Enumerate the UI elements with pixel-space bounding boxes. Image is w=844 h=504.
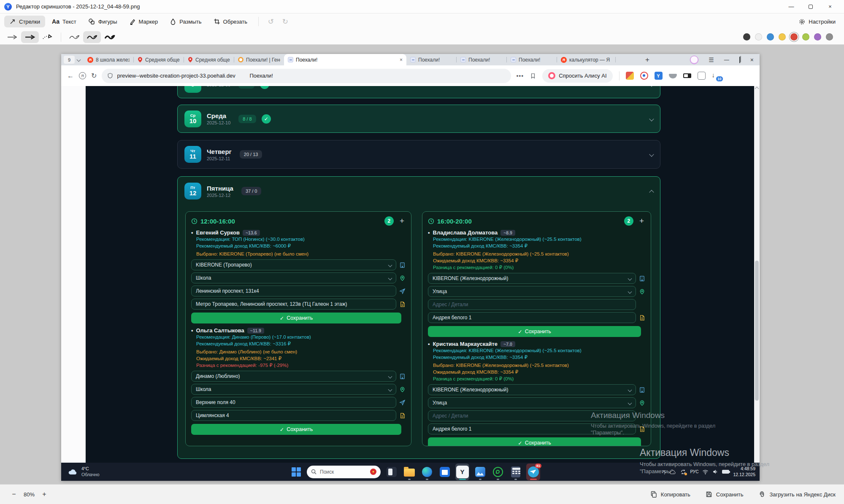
more-actions-icon[interactable]: ••• (516, 73, 524, 79)
save-button[interactable]: ✓Сохранить (428, 326, 641, 337)
color-swatch-gray[interactable] (826, 33, 833, 40)
day-row-wednesday[interactable]: Ср 10 Среда 2025-12-10 8 / 8 ✓ (177, 105, 660, 133)
tool-text[interactable]: Аа Текст (47, 16, 81, 27)
browser-tab-active[interactable]: Поехали! × (284, 54, 406, 65)
browser-tab[interactable]: Поехали! | Генер (234, 54, 284, 65)
day-row-partial[interactable]: 9 2025-12-09 ✓ (177, 86, 660, 99)
browser-side-panel[interactable] (61, 86, 86, 463)
color-swatch-red-selected[interactable] (790, 33, 798, 40)
color-swatch-black[interactable] (743, 33, 750, 40)
taskbar-telegram[interactable]: 81 (526, 464, 540, 480)
squiggle-style-bold[interactable] (83, 31, 101, 43)
address-input[interactable] (428, 299, 636, 310)
zoom-out-button[interactable]: − (8, 489, 19, 500)
squiggle-style-heavy[interactable] (101, 31, 119, 43)
tool-arrows[interactable]: Стрелки (4, 16, 45, 27)
color-swatch-purple[interactable] (814, 33, 821, 40)
tool-crop[interactable]: Обрезать (208, 16, 252, 27)
browser-tab[interactable]: Я калькулятор — Я (557, 54, 615, 65)
document-icon[interactable] (639, 315, 645, 321)
add-person-button[interactable]: + (400, 216, 404, 226)
extension-target-icon[interactable] (640, 72, 648, 80)
browser-minimize-button[interactable]: — (724, 57, 729, 63)
taskbar-photos[interactable] (473, 464, 487, 480)
org-select[interactable]: KIBERONE (Тропарево) (191, 259, 396, 270)
scrollbar-thumb[interactable] (755, 261, 759, 401)
screenshot-image[interactable]: 9 Я 8 школа железно Средняя общеоб Средн… (61, 54, 760, 481)
building-icon[interactable] (399, 373, 406, 380)
color-swatch-blue[interactable] (767, 33, 774, 40)
building-icon[interactable] (639, 387, 645, 393)
tool-blur[interactable]: Размыть (165, 16, 206, 27)
zoom-in-button[interactable]: + (39, 489, 50, 500)
arrow-style-bold[interactable] (21, 31, 39, 43)
browser-restore-button[interactable] (739, 57, 740, 63)
url-field[interactable]: preview--website-creation-project-33.poe… (102, 69, 511, 83)
arrow-style-dotted[interactable] (39, 31, 57, 43)
bookmark-flag-icon[interactable] (530, 73, 536, 79)
taskbar-weather[interactable]: 4°C Облачно (68, 466, 100, 477)
map-pin-icon[interactable] (639, 288, 645, 295)
place-type-select[interactable]: Улица (428, 397, 636, 408)
yandex-home-icon[interactable]: Я (79, 72, 86, 79)
new-tab-button[interactable]: + (645, 56, 649, 64)
add-person-button[interactable]: + (639, 216, 644, 226)
browser-tab[interactable]: Средняя общеоб (184, 54, 234, 65)
upload-yandex-disk-button[interactable]: Загрузить на Яндекс Диск (758, 491, 836, 498)
taskbar-search[interactable]: Поиск (307, 466, 381, 478)
color-swatch-yellow[interactable] (779, 33, 786, 40)
undo-button[interactable]: ↺ (265, 17, 277, 26)
day-row-thursday[interactable]: Чт 11 Четверг 2025-12-11 20 / 13 (177, 140, 660, 169)
editor-canvas[interactable]: 9 Я 8 школа железно Средняя общеоб Средн… (0, 45, 844, 484)
browser-close-button[interactable]: × (750, 57, 754, 63)
redo-button[interactable]: ↻ (279, 17, 292, 26)
place-type-select[interactable]: Улица (428, 286, 636, 297)
org-select[interactable]: KIBERONE (Железнодорожный) (428, 273, 636, 284)
details-input[interactable] (191, 299, 396, 310)
browser-tab[interactable]: Средняя общеоб (134, 54, 184, 65)
address-input[interactable] (191, 286, 396, 296)
map-pin-icon[interactable] (639, 400, 645, 406)
save-button[interactable]: Сохранить (706, 491, 744, 498)
start-button[interactable] (289, 464, 303, 480)
copy-button[interactable]: Копировать (650, 491, 690, 498)
save-button[interactable]: ✓Сохранить (428, 437, 641, 446)
taskbar-calculator[interactable] (509, 464, 522, 480)
send-icon[interactable] (399, 288, 406, 294)
browser-tab[interactable]: Я 8 школа железно (84, 54, 133, 65)
taskbar-whatsapp[interactable] (491, 464, 505, 480)
tool-shapes[interactable]: Фигуры (83, 16, 122, 27)
browser-tab[interactable]: Поехали! (457, 54, 506, 65)
map-pin-icon[interactable] (399, 275, 406, 281)
address-input[interactable] (191, 397, 396, 408)
tab-close-icon[interactable]: × (400, 57, 403, 63)
chevron-up-icon[interactable] (649, 190, 654, 194)
extension-icon[interactable] (626, 72, 634, 80)
chevron-down-icon[interactable] (649, 116, 654, 121)
friday-header[interactable]: Пт 12 Пятница 2025-12-12 37 / 0 (184, 181, 653, 201)
taskbar-explorer[interactable] (402, 464, 416, 480)
browser-menu-icon[interactable]: ☰ (709, 57, 714, 63)
browser-tab[interactable]: Поехали! (406, 54, 456, 65)
squiggle-style-thin[interactable] (65, 31, 83, 43)
ask-alice-button[interactable]: Спросить Алису AI (542, 69, 612, 83)
scroll-up-arrow-icon[interactable] (755, 87, 759, 91)
settings-button[interactable]: Настройки (798, 18, 840, 25)
taskbar-store[interactable] (438, 464, 452, 480)
extension-battery-icon[interactable] (683, 72, 691, 80)
document-icon[interactable] (399, 412, 406, 419)
maximize-button[interactable] (801, 0, 820, 13)
map-pin-icon[interactable] (399, 386, 406, 393)
arrow-style-thin[interactable] (3, 31, 21, 43)
back-icon[interactable]: ← (67, 72, 74, 80)
org-select[interactable]: Динамо (Люблино) (191, 371, 396, 382)
tab-counter[interactable]: 9 (64, 56, 75, 64)
save-button[interactable]: ✓Сохранить (191, 313, 401, 323)
place-type-select[interactable]: Школа (191, 384, 396, 395)
close-button[interactable]: × (820, 0, 840, 13)
building-icon[interactable] (639, 275, 645, 282)
extension-icon[interactable] (698, 72, 706, 80)
tab-counter-chevron-icon[interactable] (77, 58, 81, 62)
refresh-icon[interactable]: ↻ (91, 72, 97, 80)
chevron-down-icon[interactable] (649, 86, 654, 87)
